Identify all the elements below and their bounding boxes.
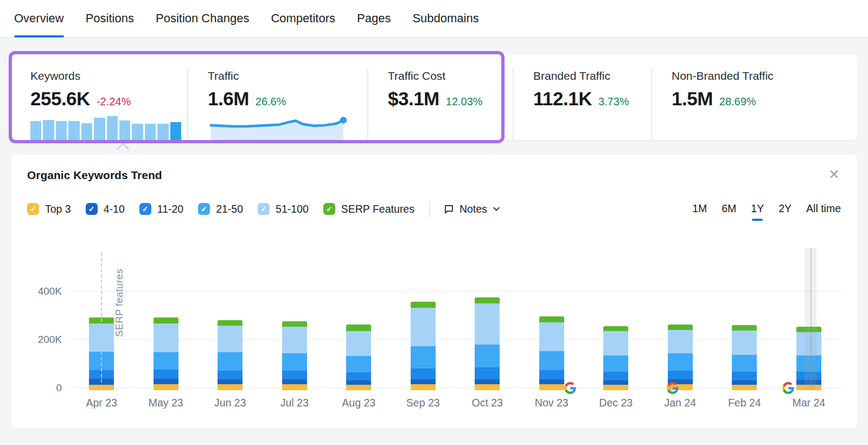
- legend-label-4-10: 4-10: [104, 203, 125, 215]
- keywords-sparkline: [30, 116, 181, 141]
- bar-segment-serp-features: [282, 321, 307, 327]
- legend-label-51-100: 51-100: [276, 203, 309, 215]
- bar-segment-top-3: [411, 384, 436, 390]
- bar-segment-4-10: [411, 379, 436, 385]
- divider: [429, 200, 430, 218]
- keywords-change: -2.24%: [97, 96, 131, 108]
- checkbox-4-10[interactable]: ✓: [86, 203, 98, 215]
- range-all-time[interactable]: All time: [806, 202, 841, 216]
- tab-subdomains[interactable]: Subdomains: [412, 0, 478, 37]
- legend-51-100[interactable]: ✓ 51-100: [258, 203, 309, 215]
- checkbox-51-100[interactable]: ✓: [258, 203, 270, 215]
- legend-4-10[interactable]: ✓ 4-10: [86, 203, 125, 215]
- non-branded-traffic-change: 28.69%: [719, 96, 756, 108]
- bar-segment-serp-features: [603, 326, 628, 331]
- range-2y[interactable]: 2Y: [778, 202, 792, 216]
- spark-bar: [43, 120, 54, 141]
- bar-column-jul-23[interactable]: [263, 248, 327, 390]
- spark-bar: [68, 121, 79, 141]
- bar-segment-4-10: [475, 379, 500, 385]
- legend-21-50[interactable]: ✓ 21-50: [198, 203, 243, 215]
- bar-column-dec-23[interactable]: [584, 248, 648, 390]
- x-axis-label: Oct 23: [455, 397, 520, 409]
- notes-label: Notes: [459, 203, 487, 215]
- bar-segment-21-50: [282, 353, 307, 371]
- legend-serp-features[interactable]: ✓ SERP Features: [323, 203, 414, 215]
- bar-column-nov-23[interactable]: [520, 248, 584, 390]
- checkbox-top-3[interactable]: ✓: [27, 203, 39, 215]
- x-axis: Apr 23May 23Jun 23Jul 23Aug 23Sep 23Oct …: [69, 397, 841, 409]
- legend-top-3[interactable]: ✓ Top 3: [27, 203, 71, 215]
- google-update-icon[interactable]: [782, 382, 794, 394]
- google-update-icon[interactable]: [564, 382, 576, 394]
- serp-features-annotation-line: [101, 252, 102, 388]
- bar-segment-21-50: [603, 355, 628, 372]
- close-icon[interactable]: ✕: [828, 168, 840, 181]
- tab-pages[interactable]: Pages: [357, 0, 391, 37]
- legend-11-20[interactable]: ✓ 11-20: [139, 203, 183, 215]
- bar-column-sep-23[interactable]: [391, 248, 456, 390]
- y-axis: 0200K400K: [27, 248, 69, 390]
- spark-bar: [145, 124, 156, 141]
- bar-column-feb-24[interactable]: [712, 248, 777, 390]
- notes-button[interactable]: Notes: [443, 203, 501, 215]
- bar-column-oct-23[interactable]: [455, 248, 520, 390]
- bar-segment-4-10: [732, 380, 757, 385]
- checkbox-21-50[interactable]: ✓: [198, 203, 210, 215]
- y-tick-label: 0: [56, 382, 62, 394]
- bar-segment-4-10: [282, 379, 307, 384]
- tab-overview[interactable]: Overview: [14, 0, 64, 37]
- branded-traffic-label: Branded Traffic: [533, 69, 646, 82]
- note-bubble-icon: [443, 204, 455, 215]
- bar-column-jun-23[interactable]: [198, 248, 263, 390]
- spark-bar: [157, 124, 168, 141]
- bar-segment-51-100: [282, 327, 307, 353]
- bar-segment-21-50: [154, 352, 178, 370]
- traffic-card[interactable]: Traffic 1.6M 26.6%: [187, 68, 367, 140]
- report-tabs: Overview Positions Position Changes Comp…: [0, 0, 868, 38]
- x-axis-label: Jun 23: [198, 397, 263, 409]
- bar-segment-11-20: [154, 370, 178, 379]
- range-6m[interactable]: 6M: [722, 202, 736, 216]
- bar-segment-top-3: [539, 384, 564, 390]
- spark-bar: [119, 120, 130, 141]
- range-1m[interactable]: 1M: [692, 202, 707, 216]
- bar-column-may-23[interactable]: [134, 248, 199, 390]
- x-axis-label: Feb 24: [712, 397, 777, 409]
- traffic-value: 1.6M: [208, 88, 249, 110]
- bar-segment-11-20: [411, 368, 436, 379]
- x-axis-label: May 23: [134, 397, 199, 409]
- bar-segment-21-50: [411, 346, 436, 368]
- traffic-cost-card[interactable]: Traffic Cost $3.1M 12.03%: [367, 68, 513, 140]
- bar-segment-51-100: [668, 330, 693, 354]
- bar-segment-4-10: [539, 379, 564, 384]
- spark-bar: [81, 123, 92, 141]
- bar-column-aug-23[interactable]: [327, 248, 391, 390]
- range-1y[interactable]: 1Y: [751, 202, 764, 216]
- tab-position-changes[interactable]: Position Changes: [156, 0, 249, 37]
- checkbox-11-20[interactable]: ✓: [139, 203, 151, 215]
- tab-positions[interactable]: Positions: [86, 0, 134, 37]
- bar-segment-4-10: [218, 379, 242, 384]
- bar-column-jan-24[interactable]: [648, 248, 713, 390]
- google-update-icon[interactable]: [667, 382, 679, 394]
- bar-segment-51-100: [154, 323, 178, 352]
- non-branded-traffic-label: Non-Branded Traffic: [672, 69, 852, 82]
- spark-bar: [30, 121, 41, 141]
- non-branded-traffic-card[interactable]: Non-Branded Traffic 1.5M 28.69%: [651, 68, 857, 140]
- bar-segment-4-10: [154, 379, 178, 385]
- bar-segment-serp-features: [668, 325, 693, 330]
- bar-segment-51-100: [218, 326, 242, 352]
- bar-segment-51-100: [539, 322, 564, 351]
- traffic-cost-value: $3.1M: [388, 88, 439, 110]
- keywords-card[interactable]: Keywords 255.6K -2.24%: [12, 68, 187, 140]
- x-axis-label: Apr 23: [69, 397, 134, 409]
- x-axis-label: Jan 24: [648, 397, 713, 409]
- branded-traffic-card[interactable]: Branded Traffic 112.1K 3.73%: [513, 68, 651, 140]
- bar-segment-11-20: [475, 367, 500, 379]
- traffic-change: 26.6%: [256, 96, 286, 108]
- checkbox-serp-features[interactable]: ✓: [323, 203, 335, 215]
- bar-segment-51-100: [732, 330, 757, 355]
- bar-segment-11-20: [218, 371, 242, 380]
- tab-competitors[interactable]: Competitors: [271, 0, 335, 37]
